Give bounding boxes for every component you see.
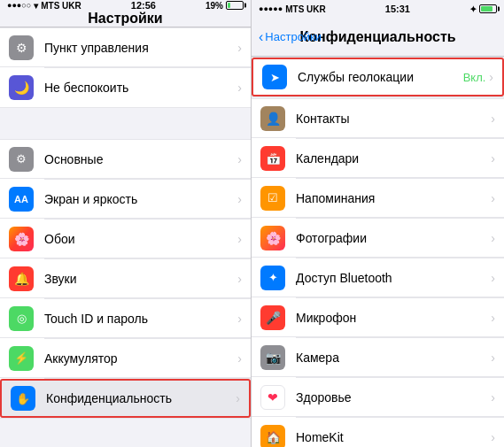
homekit-chevron: › — [491, 430, 495, 444]
left-wifi-icon: ▾ — [34, 1, 38, 11]
right-item-calendars[interactable]: 📅 Календари › — [252, 139, 504, 178]
left-nav-bar: Настройки — [0, 11, 251, 27]
left-carrier: MTS UKR — [41, 1, 81, 11]
right-item-reminders[interactable]: ☑ Напоминания › — [252, 179, 504, 218]
location-chevron: › — [489, 70, 493, 84]
display-chevron: › — [237, 192, 242, 206]
right-item-microphone[interactable]: 🎤 Микрофон › — [252, 298, 504, 337]
location-label: Службы геолокации — [298, 70, 463, 84]
sidebar-item-wallpaper[interactable]: 🌸 Обои › — [0, 220, 251, 258]
battery-icon-item: ⚡ — [9, 346, 34, 371]
right-item-homekit[interactable]: 🏠 HomeKit › — [252, 418, 504, 447]
right-item-bluetooth[interactable]: ✦ Доступ Bluetooth › — [252, 258, 504, 297]
left-battery-area: 19% — [205, 1, 244, 11]
sidebar-item-sounds[interactable]: 🔔 Звуки › — [0, 259, 251, 298]
right-nav-bar: ‹ Настройки Конфиденциальность — [252, 18, 504, 57]
sounds-chevron: › — [237, 272, 242, 286]
privacy-icon: ✋ — [11, 386, 35, 411]
location-value: Вкл. — [463, 71, 486, 84]
sidebar-item-control-center[interactable]: ⚙ Пункт управления › — [0, 28, 251, 67]
photos-label: Фотографии — [296, 231, 491, 245]
do-not-disturb-icon: 🌙 — [9, 75, 34, 100]
touch-id-label: Touch ID и пароль — [44, 312, 237, 326]
calendars-icon: 📅 — [260, 146, 285, 171]
back-chevron-icon: ‹ — [259, 29, 263, 45]
health-label: Здоровье — [296, 390, 491, 405]
homekit-label: HomeKit — [296, 430, 491, 444]
back-button[interactable]: ‹ Настройки — [259, 29, 322, 45]
sidebar-item-battery[interactable]: ⚡ Аккумулятор › — [0, 339, 251, 378]
calendars-chevron: › — [491, 151, 495, 166]
right-group1: ➤ Службы геолокации Вкл. › — [252, 57, 504, 97]
general-icon: ⚙ — [9, 147, 34, 172]
camera-chevron: › — [491, 351, 495, 365]
touch-id-chevron: › — [237, 312, 242, 326]
sounds-label: Звуки — [44, 272, 237, 286]
contacts-chevron: › — [491, 112, 495, 126]
contacts-label: Контакты — [296, 112, 491, 126]
photos-icon: 🌸 — [260, 226, 285, 250]
calendars-label: Календари — [296, 151, 491, 166]
do-not-disturb-label: Не беспокоить — [44, 81, 237, 95]
control-center-icon: ⚙ — [9, 35, 34, 60]
microphone-label: Микрофон — [296, 311, 491, 325]
microphone-chevron: › — [491, 311, 495, 325]
reminders-icon: ☑ — [260, 186, 285, 211]
sounds-icon: 🔔 — [9, 266, 34, 291]
battery-chevron: › — [237, 351, 242, 366]
left-battery-pct: 19% — [205, 1, 223, 11]
left-panel: ●●●○○ ▾ MTS UKR 12:56 19% Настройки ⚙ Пу… — [0, 0, 252, 447]
gap1 — [0, 108, 251, 139]
left-carrier-signal: ●●●○○ ▾ MTS UKR — [7, 1, 81, 11]
right-carrier-signal: ●●●●● MTS UKR — [259, 4, 326, 14]
sidebar-item-touch-id[interactable]: ◎ Touch ID и пароль › — [0, 299, 251, 338]
right-nav-title: Конфиденциальность — [299, 29, 455, 45]
privacy-label: Конфиденциальность — [46, 391, 236, 405]
do-not-disturb-chevron: › — [237, 81, 242, 95]
camera-icon: 📷 — [260, 345, 285, 370]
general-label: Основные — [44, 152, 237, 166]
group1: ⚙ Пункт управления › 🌙 Не беспокоить › — [0, 27, 251, 108]
right-battery-area: ✦ — [469, 4, 497, 14]
display-icon: AA — [9, 187, 34, 212]
contacts-icon: 👤 — [260, 106, 285, 131]
right-item-photos[interactable]: 🌸 Фотографии › — [252, 219, 504, 258]
reminders-label: Напоминания — [296, 191, 491, 205]
sidebar-item-display[interactable]: AA Экран и яркость › — [0, 180, 251, 219]
group2: ⚙ Основные › AA Экран и яркость › 🌸 Обои… — [0, 139, 251, 419]
reminders-chevron: › — [491, 191, 495, 205]
microphone-icon: 🎤 — [260, 305, 285, 330]
battery-label: Аккумулятор — [44, 351, 237, 366]
right-item-location[interactable]: ➤ Службы геолокации Вкл. › — [252, 58, 504, 96]
camera-label: Камера — [296, 351, 491, 365]
right-panel: ●●●●● MTS UKR 15:31 ✦ ‹ Настройки Конфид… — [252, 0, 504, 447]
control-center-label: Пункт управления — [44, 41, 237, 55]
right-group2: 👤 Контакты › 📅 Календари › ☑ Напоминания… — [252, 98, 504, 447]
sidebar-item-do-not-disturb[interactable]: 🌙 Не беспокоить › — [0, 68, 251, 107]
homekit-icon: 🏠 — [260, 425, 285, 448]
general-chevron: › — [237, 152, 242, 166]
bluetooth-chevron: › — [491, 271, 495, 285]
bluetooth-icon: ✦ — [260, 266, 285, 290]
health-icon: ❤ — [260, 385, 285, 410]
back-label: Настройки — [265, 30, 322, 43]
right-item-camera[interactable]: 📷 Камера › — [252, 338, 504, 377]
left-nav-title: Настройки — [88, 11, 162, 27]
gap2 — [0, 419, 251, 447]
right-signal-dots: ●●●●● — [259, 4, 283, 13]
display-label: Экран и яркость — [44, 192, 237, 206]
touch-id-icon: ◎ — [9, 306, 34, 331]
right-bluetooth-icon: ✦ — [469, 4, 477, 14]
sidebar-item-privacy[interactable]: ✋ Конфиденциальность › — [0, 379, 251, 418]
right-battery-icon — [479, 4, 497, 13]
right-carrier: MTS UKR — [285, 4, 326, 14]
photos-chevron: › — [491, 231, 495, 245]
sidebar-item-general[interactable]: ⚙ Основные › — [0, 140, 251, 179]
bluetooth-label: Доступ Bluetooth — [296, 271, 491, 285]
privacy-chevron: › — [236, 391, 240, 405]
right-time: 15:31 — [385, 4, 410, 14]
left-battery-icon — [226, 1, 244, 10]
right-item-health[interactable]: ❤ Здоровье › — [252, 378, 504, 417]
right-item-contacts[interactable]: 👤 Контакты › — [252, 99, 504, 138]
wallpaper-label: Обои — [44, 232, 237, 246]
